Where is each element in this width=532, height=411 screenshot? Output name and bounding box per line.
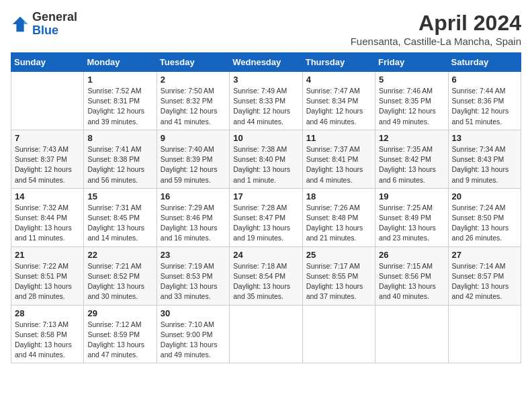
logo-text: General Blue: [32, 11, 77, 38]
calendar-cell: 2Sunrise: 7:50 AM Sunset: 8:32 PM Daylig…: [157, 72, 229, 130]
calendar-header-row: SundayMondayTuesdayWednesdayThursdayFrid…: [11, 53, 521, 72]
day-number: 10: [233, 133, 298, 143]
day-info: Sunrise: 7:24 AM Sunset: 8:50 PM Dayligh…: [452, 203, 517, 244]
day-number: 25: [306, 250, 371, 260]
calendar-cell: 22Sunrise: 7:21 AM Sunset: 8:52 PM Dayli…: [84, 246, 157, 305]
day-info: Sunrise: 7:29 AM Sunset: 8:46 PM Dayligh…: [161, 203, 226, 244]
day-info: Sunrise: 7:35 AM Sunset: 8:42 PM Dayligh…: [379, 144, 444, 185]
day-number: 24: [233, 250, 298, 260]
calendar-cell: 8Sunrise: 7:41 AM Sunset: 8:38 PM Daylig…: [84, 130, 157, 188]
day-number: 18: [306, 191, 371, 201]
day-info: Sunrise: 7:21 AM Sunset: 8:52 PM Dayligh…: [87, 261, 152, 302]
calendar-cell: [230, 305, 302, 363]
day-number: 16: [161, 191, 226, 201]
day-info: Sunrise: 7:32 AM Sunset: 8:44 PM Dayligh…: [15, 203, 80, 244]
calendar-cell: 24Sunrise: 7:18 AM Sunset: 8:54 PM Dayli…: [230, 246, 302, 305]
calendar-table: SundayMondayTuesdayWednesdayThursdayFrid…: [11, 52, 521, 363]
calendar-cell: 18Sunrise: 7:26 AM Sunset: 8:48 PM Dayli…: [302, 188, 375, 246]
day-info: Sunrise: 7:43 AM Sunset: 8:37 PM Dayligh…: [15, 144, 80, 185]
svg-marker-1: [24, 20, 28, 24]
day-number: 13: [452, 133, 517, 143]
calendar-cell: 19Sunrise: 7:25 AM Sunset: 8:49 PM Dayli…: [375, 188, 448, 246]
day-info: Sunrise: 7:13 AM Sunset: 8:58 PM Dayligh…: [15, 320, 80, 361]
calendar-week-row: 1Sunrise: 7:52 AM Sunset: 8:31 PM Daylig…: [11, 72, 521, 130]
weekday-header: Saturday: [448, 53, 521, 72]
day-number: 30: [161, 308, 226, 318]
calendar-week-row: 28Sunrise: 7:13 AM Sunset: 8:58 PM Dayli…: [11, 305, 521, 363]
day-info: Sunrise: 7:38 AM Sunset: 8:40 PM Dayligh…: [233, 144, 298, 185]
day-info: Sunrise: 7:47 AM Sunset: 8:34 PM Dayligh…: [306, 86, 371, 127]
calendar-cell: 28Sunrise: 7:13 AM Sunset: 8:58 PM Dayli…: [11, 305, 84, 363]
day-number: 22: [87, 250, 152, 260]
day-info: Sunrise: 7:46 AM Sunset: 8:35 PM Dayligh…: [379, 86, 444, 127]
day-number: 27: [452, 250, 517, 260]
day-info: Sunrise: 7:14 AM Sunset: 8:57 PM Dayligh…: [452, 261, 517, 302]
day-info: Sunrise: 7:25 AM Sunset: 8:49 PM Dayligh…: [379, 203, 444, 244]
day-number: 19: [379, 191, 444, 201]
day-number: 29: [87, 308, 152, 318]
calendar-cell: 5Sunrise: 7:46 AM Sunset: 8:35 PM Daylig…: [375, 72, 448, 130]
calendar-cell: 26Sunrise: 7:15 AM Sunset: 8:56 PM Dayli…: [375, 246, 448, 305]
calendar-cell: 10Sunrise: 7:38 AM Sunset: 8:40 PM Dayli…: [230, 130, 302, 188]
day-number: 14: [15, 191, 80, 201]
calendar-cell: 9Sunrise: 7:40 AM Sunset: 8:39 PM Daylig…: [157, 130, 229, 188]
day-info: Sunrise: 7:18 AM Sunset: 8:54 PM Dayligh…: [233, 261, 298, 302]
logo-icon: [11, 15, 30, 34]
day-number: 17: [233, 191, 298, 201]
day-info: Sunrise: 7:15 AM Sunset: 8:56 PM Dayligh…: [379, 261, 444, 302]
calendar-cell: 11Sunrise: 7:37 AM Sunset: 8:41 PM Dayli…: [302, 130, 375, 188]
calendar-cell: 16Sunrise: 7:29 AM Sunset: 8:46 PM Dayli…: [157, 188, 229, 246]
calendar-cell: 1Sunrise: 7:52 AM Sunset: 8:31 PM Daylig…: [84, 72, 157, 130]
month-title: April 2024: [351, 11, 521, 36]
day-info: Sunrise: 7:17 AM Sunset: 8:55 PM Dayligh…: [306, 261, 371, 302]
calendar-cell: 23Sunrise: 7:19 AM Sunset: 8:53 PM Dayli…: [157, 246, 229, 305]
weekday-header: Thursday: [302, 53, 375, 72]
day-info: Sunrise: 7:31 AM Sunset: 8:45 PM Dayligh…: [87, 203, 152, 244]
day-number: 15: [87, 191, 152, 201]
day-info: Sunrise: 7:52 AM Sunset: 8:31 PM Dayligh…: [87, 86, 152, 127]
weekday-header: Monday: [84, 53, 157, 72]
calendar-cell: 29Sunrise: 7:12 AM Sunset: 8:59 PM Dayli…: [84, 305, 157, 363]
calendar-cell: 27Sunrise: 7:14 AM Sunset: 8:57 PM Dayli…: [448, 246, 521, 305]
calendar-cell: 25Sunrise: 7:17 AM Sunset: 8:55 PM Dayli…: [302, 246, 375, 305]
day-number: 5: [379, 75, 444, 85]
calendar-cell: 14Sunrise: 7:32 AM Sunset: 8:44 PM Dayli…: [11, 188, 84, 246]
calendar-cell: 21Sunrise: 7:22 AM Sunset: 8:51 PM Dayli…: [11, 246, 84, 305]
day-info: Sunrise: 7:41 AM Sunset: 8:38 PM Dayligh…: [87, 144, 152, 185]
calendar-week-row: 14Sunrise: 7:32 AM Sunset: 8:44 PM Dayli…: [11, 188, 521, 246]
day-info: Sunrise: 7:12 AM Sunset: 8:59 PM Dayligh…: [87, 320, 152, 361]
calendar-cell: 30Sunrise: 7:10 AM Sunset: 9:00 PM Dayli…: [157, 305, 229, 363]
calendar-cell: 20Sunrise: 7:24 AM Sunset: 8:50 PM Dayli…: [448, 188, 521, 246]
day-number: 12: [379, 133, 444, 143]
day-number: 4: [306, 75, 371, 85]
calendar-week-row: 7Sunrise: 7:43 AM Sunset: 8:37 PM Daylig…: [11, 130, 521, 188]
calendar-cell: 7Sunrise: 7:43 AM Sunset: 8:37 PM Daylig…: [11, 130, 84, 188]
day-number: 1: [87, 75, 152, 85]
calendar-cell: 15Sunrise: 7:31 AM Sunset: 8:45 PM Dayli…: [84, 188, 157, 246]
calendar-cell: 3Sunrise: 7:49 AM Sunset: 8:33 PM Daylig…: [230, 72, 302, 130]
day-number: 6: [452, 75, 517, 85]
calendar-cell: [448, 305, 521, 363]
calendar-cell: [375, 305, 448, 363]
day-info: Sunrise: 7:26 AM Sunset: 8:48 PM Dayligh…: [306, 203, 371, 244]
day-number: 2: [161, 75, 226, 85]
weekday-header: Tuesday: [157, 53, 229, 72]
calendar-cell: [11, 72, 84, 130]
logo: General Blue: [11, 11, 77, 38]
day-number: 9: [161, 133, 226, 143]
weekday-header: Friday: [375, 53, 448, 72]
day-info: Sunrise: 7:34 AM Sunset: 8:43 PM Dayligh…: [452, 144, 517, 185]
day-number: 3: [233, 75, 298, 85]
day-number: 23: [161, 250, 226, 260]
day-number: 8: [87, 133, 152, 143]
location-subtitle: Fuensanta, Castille-La Mancha, Spain: [351, 36, 521, 47]
day-number: 7: [15, 133, 80, 143]
day-info: Sunrise: 7:49 AM Sunset: 8:33 PM Dayligh…: [233, 86, 298, 127]
page-header: General Blue April 2024 Fuensanta, Casti…: [11, 11, 521, 47]
day-info: Sunrise: 7:10 AM Sunset: 9:00 PM Dayligh…: [161, 320, 226, 361]
day-number: 20: [452, 191, 517, 201]
day-info: Sunrise: 7:28 AM Sunset: 8:47 PM Dayligh…: [233, 203, 298, 244]
calendar-cell: [302, 305, 375, 363]
day-number: 26: [379, 250, 444, 260]
day-number: 11: [306, 133, 371, 143]
